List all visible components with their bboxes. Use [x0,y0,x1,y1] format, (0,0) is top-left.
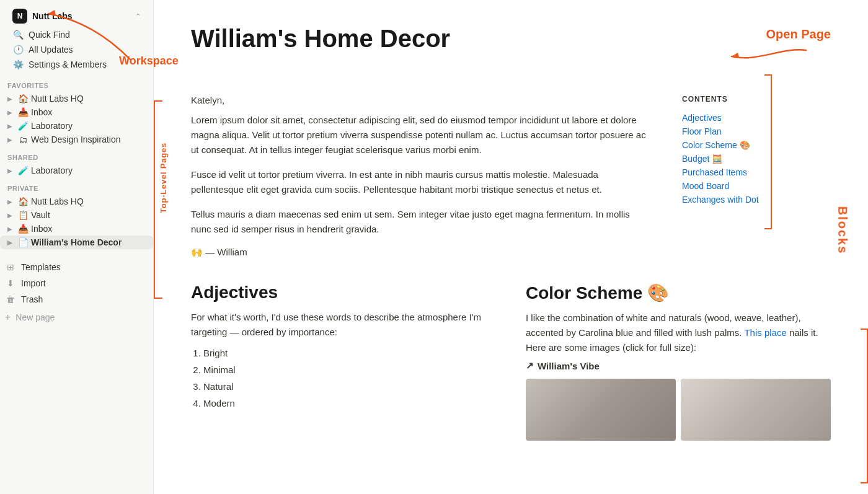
open-page-arrow [756,44,831,75]
workspace-icon: N [12,9,27,24]
sidebar-item-web-design-fav[interactable]: ▶ 🗂 Web Design Inspiration [0,133,153,146]
sidebar-item-label: Inbox [31,107,52,117]
sidebar-item-laboratory-shared[interactable]: ▶ 🧪 Laboratory [0,164,153,177]
trash-label: Trash [21,294,43,304]
main-content: William's Home Decor Open Page Katelyn, … [154,0,868,494]
sidebar-item-williams-home-decor[interactable]: ▶ 📄 William's Home Decor [0,236,153,249]
greeting-text: Katelyn, [191,95,652,105]
toc-item-mood-board[interactable]: Mood Board [682,179,831,193]
templates-label: Templates [21,262,61,272]
signature-text: 🙌 — William [191,247,652,258]
sidebar-item-nutt-labs-hq-priv[interactable]: ▶ 🏠 Nutt Labs HQ [0,195,153,208]
toc-item-floor-plan[interactable]: Floor Plan [682,125,831,138]
body-paragraph-1: Lorem ipsum dolor sit amet, consectetur … [191,113,652,157]
workspace-chevron-icon: ⌃ [135,12,141,20]
expand-icon[interactable]: ▶ [5,94,15,104]
sidebar: N Nutt Labs ⌃ 🔍 Quick Find 🕐 All Updates… [0,0,154,494]
this-place-link[interactable]: This place [744,327,786,338]
trash-button[interactable]: 🗑 Trash [0,291,153,307]
sidebar-item-inbox-priv[interactable]: ▶ 📥 Inbox [0,222,153,236]
toc-heading: CONTENTS [682,95,831,104]
adjectives-body: For what it's worth, I'd use these words… [191,310,496,340]
expand-icon[interactable]: ▶ [5,107,15,117]
templates-button[interactable]: ⊞ Templates [0,259,153,275]
all-updates-button[interactable]: 🕐 All Updates [7,42,146,57]
open-page-annotation: Open Page [766,27,831,42]
sidebar-item-label: Vault [31,210,50,220]
page-icon: 🏠 [17,94,29,104]
blocks-bracket [861,329,868,483]
page-title: William's Home Decor [191,25,450,53]
templates-icon: ⊞ [5,262,16,272]
all-updates-label: All Updates [29,45,73,55]
toc-item-adjectives[interactable]: Adjectives [682,111,831,125]
vibe-image-2[interactable] [681,379,831,441]
expand-icon[interactable]: ▶ [5,165,15,175]
expand-icon[interactable]: ▶ [5,237,15,247]
williams-vibe-link[interactable]: ↗ William's Vibe [526,360,831,371]
sidebar-item-label: Laboratory [31,165,73,175]
sidebar-item-laboratory-fav[interactable]: ▶ 🧪 Laboratory [0,119,153,133]
import-button[interactable]: ⬇ Import [0,275,153,291]
color-scheme-body: I like the combination of white and natu… [526,311,831,355]
sidebar-item-label: Nutt Labs HQ [31,94,84,104]
search-icon: 🔍 [12,30,24,40]
toc-item-color-scheme[interactable]: Color Scheme 🎨 [682,138,831,152]
shared-section-label: SHARED [0,146,153,164]
image-grid [526,379,831,441]
sidebar-item-nutt-labs-hq-fav[interactable]: ▶ 🏠 Nutt Labs HQ [0,92,153,105]
private-section-label: PRIVATE [0,177,153,195]
new-page-button[interactable]: + New page [0,309,153,326]
page-icon: 📄 [17,237,29,247]
list-item: Minimal [203,361,496,378]
workspace-name: Nutt Labs [32,11,73,21]
sidebar-item-inbox-fav[interactable]: ▶ 📥 Inbox [0,105,153,119]
toc-item-budget[interactable]: Budget 🧮 [682,152,831,165]
blocks-annotation: Blocks [836,206,850,255]
gear-icon: ⚙️ [12,60,24,69]
color-scheme-title: Color Scheme 🎨 [526,283,831,303]
vibe-image-1[interactable] [526,379,676,441]
bottom-content: Adjectives For what it's worth, I'd use … [191,283,831,441]
page-icon: 🏠 [17,196,29,206]
adjectives-list: Bright Minimal Natural Modern [191,345,496,412]
settings-button[interactable]: ⚙️ Settings & Members [7,57,146,72]
sidebar-item-label: William's Home Decor [31,237,122,247]
trash-icon: 🗑 [5,294,16,304]
new-page-label: New page [16,312,55,322]
body-paragraph-3: Tellus mauris a diam maecenas sed enim u… [191,207,652,237]
sidebar-item-label: Inbox [31,224,52,234]
expand-icon[interactable]: ▶ [5,121,15,131]
table-of-contents: CONTENTS Adjectives Floor Plan Color Sch… [682,95,831,258]
adjectives-title: Adjectives [191,283,496,302]
toc-item-exchanges-with-dot[interactable]: Exchanges with Dot [682,193,831,206]
callout-label: William's Vibe [538,361,600,371]
page-icon: 🧪 [17,121,29,131]
list-item: Modern [203,395,496,412]
clock-icon: 🕐 [12,45,24,55]
expand-icon[interactable]: ▶ [5,224,15,234]
workspace-selector[interactable]: N Nutt Labs ⌃ [7,5,146,27]
expand-icon[interactable]: ▶ [5,135,15,144]
quick-find-button[interactable]: 🔍 Quick Find [7,27,146,42]
sidebar-item-label: Laboratory [31,121,73,131]
plus-icon: + [5,312,11,323]
content-body: Katelyn, Lorem ipsum dolor sit amet, con… [191,95,652,258]
body-paragraph-2: Fusce id velit ut tortor pretium viverra… [191,167,652,197]
page-icon: 🧪 [17,165,29,175]
page-icon: 📥 [17,107,29,117]
color-scheme-section: Color Scheme 🎨 I like the combination of… [526,283,831,441]
callout-arrow-icon: ↗ [526,360,534,371]
expand-icon[interactable]: ▶ [5,196,15,206]
sidebar-item-label: Nutt Labs HQ [31,196,84,206]
sidebar-item-label: Web Design Inspiration [31,135,120,144]
favorites-section-label: FAVORITES [0,74,153,92]
import-label: Import [21,278,46,288]
toc-item-purchased-items[interactable]: Purchased Items [682,165,831,179]
list-item: Bright [203,345,496,361]
settings-label: Settings & Members [29,60,107,69]
sidebar-item-vault[interactable]: ▶ 📋 Vault [0,208,153,222]
quick-find-label: Quick Find [29,30,70,40]
list-item: Natural [203,378,496,395]
expand-icon[interactable]: ▶ [5,210,15,220]
